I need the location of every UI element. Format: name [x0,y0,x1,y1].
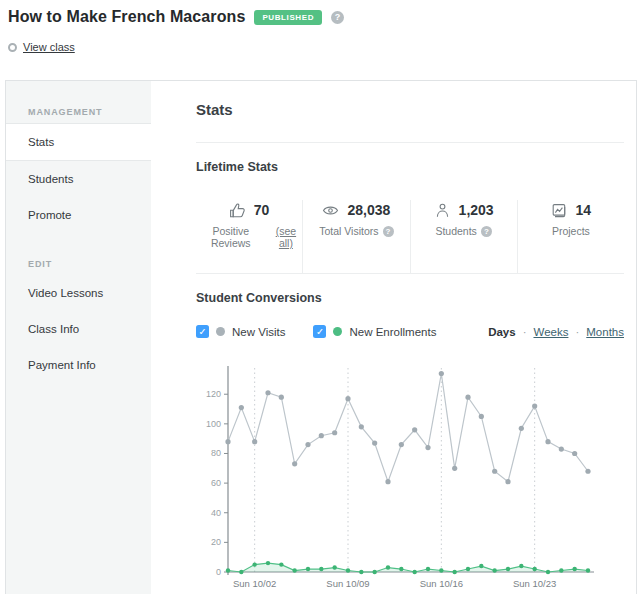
students-label: Students [435,225,476,237]
view-class-icon [8,43,17,52]
eye-icon [322,203,339,218]
person-icon [434,203,451,218]
chart-container: 020406080100120Sun 10/02Sun 10/09Sun 10/… [198,364,624,594]
stats-panel: MANAGEMENT Stats Students Promote EDIT V… [5,80,637,594]
lifetime-metrics: 70 Positive Reviews (see all) 28,038 [196,200,624,273]
new-visits-label: New Visits [232,326,285,338]
metric-projects: 14 Projects [517,200,624,273]
help-icon[interactable]: ? [331,11,344,24]
sidebar-group-label-edit: EDIT [6,233,151,275]
svg-text:100: 100 [206,419,221,429]
projects-label: Projects [552,225,590,237]
conversions-chart[interactable]: 020406080100120Sun 10/02Sun 10/09Sun 10/… [198,364,638,594]
page-title: Stats [196,101,624,118]
new-visits-color-dot [216,327,225,336]
new-enrollments-label: New Enrollments [349,326,436,338]
sidebar-item-promote[interactable]: Promote [6,197,151,233]
new-enrollments-color-dot [333,327,342,336]
sidebar-group-label-management: MANAGEMENT [6,81,151,123]
positive-reviews-value: 70 [254,202,270,218]
projects-value: 14 [576,202,592,218]
total-visitors-label: Total Visitors [319,225,378,237]
sidebar-item-video-lessons[interactable]: Video Lessons [6,275,151,311]
sidebar-item-stats[interactable]: Stats [6,123,151,161]
students-help-icon[interactable]: ? [481,226,492,237]
metric-total-visitors: 28,038 Total Visitors ? [302,200,409,273]
period-toggle: Days · Weeks · Months [488,326,624,338]
projects-icon [551,203,568,218]
thumbs-up-icon [229,203,246,218]
students-value: 1,203 [459,202,494,218]
svg-text:Sun 10/23: Sun 10/23 [513,578,556,589]
period-separator: · [523,326,527,338]
period-separator: · [575,326,579,338]
lifetime-stats-heading: Lifetime Stats [196,160,624,174]
svg-text:120: 120 [206,389,221,399]
period-months[interactable]: Months [586,326,624,338]
svg-text:Sun 10/09: Sun 10/09 [326,578,369,589]
divider [196,142,624,143]
period-days[interactable]: Days [488,326,516,338]
chart-legend: ✓ New Visits ✓ New Enrollments Days · We… [196,325,624,338]
view-class-link[interactable]: View class [23,41,75,53]
total-visitors-value: 28,038 [347,202,390,218]
sidebar-item-payment-info[interactable]: Payment Info [6,347,151,383]
page: How to Make French Macarons PUBLISHED ? … [0,0,640,594]
new-visits-checkbox[interactable]: ✓ [196,325,209,338]
sidebar-item-class-info[interactable]: Class Info [6,311,151,347]
see-all-link[interactable]: (see all) [270,225,303,249]
metric-positive-reviews: 70 Positive Reviews (see all) [196,200,302,273]
total-visitors-help-icon[interactable]: ? [383,226,394,237]
period-weeks[interactable]: Weeks [533,326,568,338]
legend-item-new-enrollments: ✓ New Enrollments [313,325,436,338]
student-conversions-heading: Student Conversions [196,291,624,305]
main-content: Stats Lifetime Stats 70 Positive Reviews… [151,81,636,594]
published-status-badge: PUBLISHED [254,10,322,25]
sidebar: MANAGEMENT Stats Students Promote EDIT V… [6,81,151,594]
positive-reviews-label: Positive Reviews [196,225,266,249]
header: How to Make French Macarons PUBLISHED ? … [0,0,640,53]
svg-text:Sun 10/16: Sun 10/16 [420,578,463,589]
svg-text:80: 80 [211,448,221,458]
svg-text:20: 20 [211,537,221,547]
legend-item-new-visits: ✓ New Visits [196,325,285,338]
class-title: How to Make French Macarons [8,8,245,26]
svg-text:40: 40 [211,508,221,518]
sidebar-item-students[interactable]: Students [6,161,151,197]
svg-text:60: 60 [211,478,221,488]
svg-text:0: 0 [216,567,221,577]
new-enrollments-checkbox[interactable]: ✓ [313,325,326,338]
divider [196,273,624,274]
svg-text:Sun 10/02: Sun 10/02 [233,578,276,589]
metric-students: 1,203 Students ? [410,200,517,273]
